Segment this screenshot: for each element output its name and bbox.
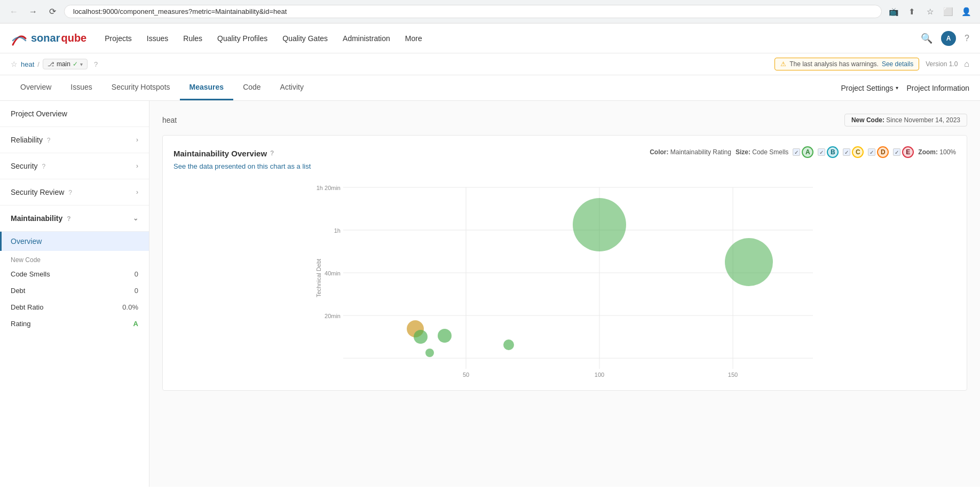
share-icon[interactable]: ⬆ — [904, 4, 919, 19]
nav-more[interactable]: More — [404, 32, 423, 45]
sidebar-security-review-label: Security Review — [11, 188, 64, 196]
sidebar-section-maintainability: Maintainability ? ⌄ Overview New Code Co… — [0, 206, 149, 332]
sidebar-project-overview[interactable]: Project Overview — [0, 101, 149, 127]
profile-icon[interactable]: 👤 — [959, 4, 974, 19]
maintainability-help-icon[interactable]: ? — [67, 215, 70, 223]
logo[interactable]: sonarqube — [11, 30, 86, 47]
sidebar-metric-rating[interactable]: Rating A — [0, 315, 149, 332]
sidebar-rating-label: Rating — [11, 320, 31, 328]
bubble-large-center[interactable] — [573, 198, 626, 251]
sidebar-metric-code-smells[interactable]: Code Smells 0 — [0, 266, 149, 282]
bubble-green-small-1[interactable] — [414, 330, 428, 344]
branch-icon: ⎇ — [48, 61, 54, 68]
nav-rules[interactable]: Rules — [182, 32, 203, 45]
search-icon[interactable]: 🔍 — [921, 33, 932, 44]
home-icon[interactable]: ⌂ — [964, 59, 969, 69]
chart-size-label: Size: Code Smells — [736, 148, 788, 156]
main-layout: Project Overview Reliability ? › Securit… — [0, 101, 980, 487]
tab-activity[interactable]: Activity — [271, 75, 313, 100]
legend-item-a[interactable]: ✓ A — [793, 146, 813, 158]
rating-badge-b: B — [827, 146, 839, 158]
sidebar-maintainability-overview[interactable]: Overview — [0, 232, 149, 251]
sonarqube-logo-icon — [11, 30, 28, 47]
svg-text:1h: 1h — [334, 227, 341, 234]
chart-zoom-value: 100% — [939, 148, 956, 156]
sidebar-security-review-header[interactable]: Security Review ? › — [0, 179, 149, 205]
warning-badge: ⚠ The last analysis has warnings. See de… — [774, 58, 919, 70]
warning-icon: ⚠ — [780, 60, 786, 68]
chart-title-row: Maintainability Overview ? Color: Mainta… — [173, 146, 956, 160]
security-review-help-icon[interactable]: ? — [68, 189, 72, 196]
breadcrumb-help-icon[interactable]: ? — [94, 60, 98, 68]
tab-code[interactable]: Code — [233, 75, 270, 100]
tab-overview[interactable]: Overview — [11, 75, 61, 100]
sidebar-security-header[interactable]: Security ? › — [0, 153, 149, 179]
rating-badge-a: A — [802, 146, 813, 158]
sidebar-debt-label: Debt — [11, 287, 25, 295]
user-avatar[interactable]: A — [941, 31, 956, 46]
svg-text:100: 100 — [595, 372, 604, 378]
back-button[interactable]: ← — [6, 4, 21, 19]
refresh-button[interactable]: ⟳ — [45, 4, 60, 19]
sidebar-reliability-header[interactable]: Reliability ? › — [0, 127, 149, 153]
legend-item-b[interactable]: ✓ B — [818, 146, 839, 158]
tab-issues[interactable]: Issues — [61, 75, 101, 100]
sidebar-code-smells-value: 0 — [135, 270, 138, 278]
chart-legend-row: Color: Maintainability Rating Size: Code… — [650, 146, 956, 158]
chart-title-text: Maintainability Overview — [173, 149, 267, 158]
favorite-star-icon[interactable]: ☆ — [11, 60, 18, 68]
sidebar-metric-debt-ratio[interactable]: Debt Ratio 0.0% — [0, 299, 149, 315]
bubble-green-small-2[interactable] — [438, 329, 452, 343]
tab-measures[interactable]: Measures — [180, 75, 234, 100]
nav-administration[interactable]: Administration — [342, 32, 391, 45]
sidebar-maintainability-header[interactable]: Maintainability ? ⌄ — [0, 206, 149, 232]
chart-list-link[interactable]: See the data presented on this chart as … — [173, 162, 956, 170]
legend-item-e[interactable]: ✓ E — [893, 146, 914, 158]
legend-checkbox-d[interactable]: ✓ — [868, 148, 875, 156]
chart-zoom-label: Zoom: 100% — [918, 148, 956, 156]
sidebar-code-smells-label: Code Smells — [11, 270, 50, 278]
forward-button[interactable]: → — [26, 4, 41, 19]
bubble-chart[interactable]: Technical Debt 1h 20min 1h 40min 20min 5… — [173, 177, 956, 380]
tab-security-hotspots[interactable]: Security Hotspots — [102, 75, 180, 100]
project-information-button[interactable]: Project Information — [907, 84, 970, 92]
legend-checkbox-c[interactable]: ✓ — [843, 148, 850, 156]
cast-icon[interactable]: 📺 — [886, 4, 901, 19]
address-bar[interactable]: localhost:9000/component_measures?metric… — [64, 5, 882, 18]
sidebar-section-security: Security ? › — [0, 153, 149, 179]
breadcrumb-project-link[interactable]: heat — [21, 60, 34, 68]
project-information-label: Project Information — [907, 84, 970, 92]
project-settings-button[interactable]: Project Settings ▾ — [841, 84, 898, 92]
bookmark-icon[interactable]: ☆ — [922, 4, 937, 19]
branch-name: main — [57, 60, 70, 68]
legend-item-d[interactable]: ✓ D — [868, 146, 889, 158]
warning-link[interactable]: See details — [882, 60, 913, 68]
legend-item-c[interactable]: ✓ C — [843, 146, 864, 158]
top-nav: sonarqube Projects Issues Rules Quality … — [0, 23, 980, 53]
url-text: localhost:9000/component_measures?metric… — [73, 7, 287, 15]
sidebar-reliability-label: Reliability — [11, 136, 43, 144]
breadcrumb-separator: / — [37, 60, 39, 68]
legend-checkbox-e[interactable]: ✓ — [893, 148, 900, 156]
nav-projects[interactable]: Projects — [104, 32, 133, 45]
bubble-green-tiny-2[interactable] — [425, 349, 434, 357]
tab-icon[interactable]: ⬜ — [941, 4, 955, 19]
svg-text:40min: 40min — [325, 270, 341, 276]
nav-quality-profiles[interactable]: Quality Profiles — [216, 32, 268, 45]
bubble-large-right[interactable] — [725, 238, 773, 286]
legend-checkbox-a[interactable]: ✓ — [793, 148, 800, 156]
sidebar-maintainability-overview-label: Overview — [11, 237, 42, 246]
sidebar-metric-debt[interactable]: Debt 0 — [0, 282, 149, 299]
nav-issues[interactable]: Issues — [146, 32, 169, 45]
legend-checkbox-b[interactable]: ✓ — [818, 148, 825, 156]
bubble-green-tiny-1[interactable] — [503, 339, 514, 350]
nav-quality-gates[interactable]: Quality Gates — [281, 32, 329, 45]
branch-selector[interactable]: ⎇ main ✓ ▾ — [43, 59, 88, 69]
sub-nav-tabs: Overview Issues Security Hotspots Measur… — [11, 75, 313, 100]
help-icon[interactable]: ? — [965, 34, 969, 43]
chart-help-icon[interactable]: ? — [270, 149, 274, 157]
svg-text:50: 50 — [463, 372, 469, 378]
nav-right: 🔍 A ? — [921, 31, 969, 46]
security-help-icon[interactable]: ? — [42, 163, 45, 170]
reliability-help-icon[interactable]: ? — [47, 137, 51, 144]
